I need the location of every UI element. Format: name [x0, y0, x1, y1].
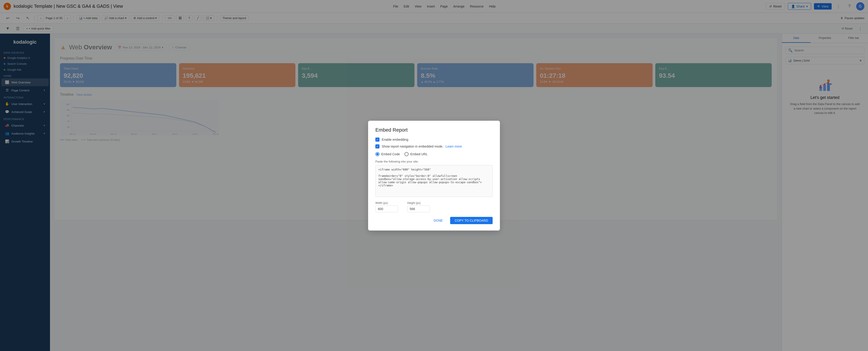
embed-report-modal: Embed Report ✓ Enable embedding ✓ Show r…: [368, 121, 500, 231]
height-input[interactable]: [407, 205, 430, 212]
embed-code-option[interactable]: Embed Code: [375, 152, 400, 156]
embed-url-option[interactable]: Embed URL: [404, 152, 428, 156]
modal-title: Embed Report: [375, 127, 493, 133]
done-button[interactable]: DONE: [429, 217, 447, 224]
width-field: Width (px): [375, 201, 398, 212]
height-field: Height (px): [407, 201, 430, 212]
show-navigation-checkbox[interactable]: ✓: [375, 144, 379, 148]
embed-code-textarea[interactable]: <iframe width="600" height="568" framebo…: [375, 165, 493, 197]
embed-type-row: Embed Code Embed URL: [375, 152, 493, 156]
learn-more-link[interactable]: Learn more: [445, 145, 462, 148]
embed-code-label: Embed Code: [381, 152, 400, 156]
modal-overlay[interactable]: Embed Report ✓ Enable embedding ✓ Show r…: [0, 0, 868, 351]
check-icon-2: ✓: [376, 145, 378, 148]
enable-embedding-row: ✓ Enable embedding: [375, 138, 493, 142]
copy-clipboard-button[interactable]: COPY TO CLIPBOARD: [450, 217, 493, 224]
enable-embedding-label: Enable embedding: [382, 138, 408, 141]
height-label: Height (px): [407, 201, 430, 205]
show-navigation-row: ✓ Show report navigation in embedded mod…: [375, 144, 493, 148]
width-input[interactable]: [375, 205, 398, 212]
embed-url-label: Embed URL: [410, 152, 428, 156]
embed-url-radio[interactable]: [404, 152, 408, 156]
check-icon: ✓: [376, 138, 378, 141]
modal-actions: DONE COPY TO CLIPBOARD: [375, 217, 493, 224]
enable-embedding-checkbox[interactable]: ✓: [375, 138, 379, 142]
width-label: Width (px): [375, 201, 398, 205]
embed-code-radio[interactable]: [375, 152, 379, 156]
dimensions-row: Width (px) Height (px): [375, 201, 493, 212]
show-navigation-label: Show report navigation in embedded mode.: [382, 145, 443, 148]
paste-label: Paste the following into your site:: [375, 160, 493, 163]
